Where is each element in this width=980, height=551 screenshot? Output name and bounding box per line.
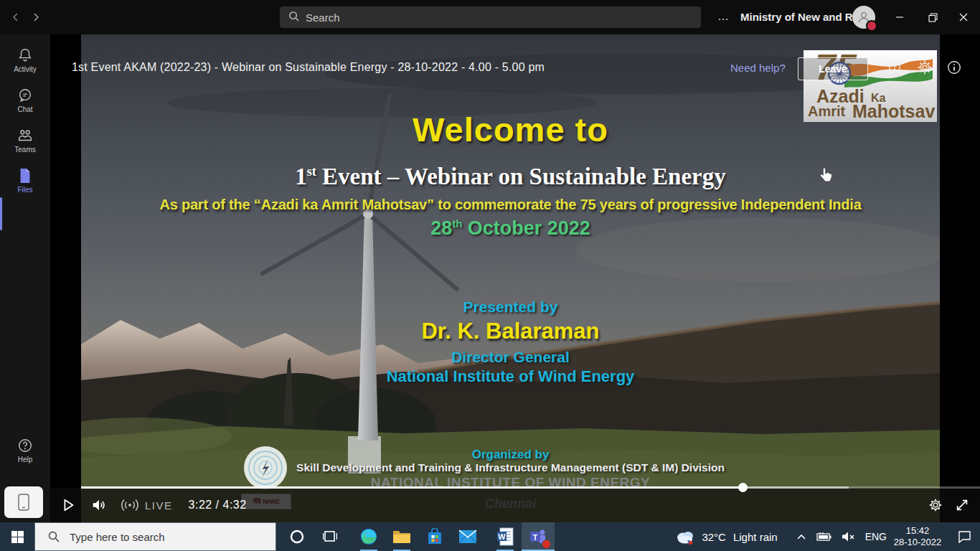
tray-expand-icon[interactable]	[796, 533, 806, 540]
edge-icon	[359, 527, 378, 546]
slide-date: 28th October 2022	[81, 217, 940, 240]
close-button[interactable]	[947, 0, 980, 34]
forward-icon[interactable]	[26, 7, 46, 27]
video-control-bar: LIVE 3:22 / 4:32	[50, 488, 980, 522]
slide-event-title: 1st Event – Webinar on Sustainable Energ…	[81, 164, 940, 190]
store-icon	[426, 528, 443, 545]
search-input[interactable]: Search	[280, 6, 701, 28]
slide-organized-by: Organized by	[81, 448, 940, 462]
presence-busy-dot	[866, 20, 877, 32]
player-settings-button[interactable]	[928, 498, 943, 512]
sidebar-item-label: Files	[17, 186, 32, 194]
sidebar-item-label: Teams	[14, 146, 35, 154]
bell-icon	[17, 47, 33, 63]
taskbar-app-edge[interactable]	[352, 522, 385, 551]
minimize-button[interactable]	[883, 0, 916, 34]
leave-button[interactable]: Leave	[798, 57, 868, 80]
mail-icon	[458, 529, 477, 544]
progress-bar[interactable]	[81, 486, 980, 489]
file-explorer-icon	[392, 529, 411, 545]
meeting-title: 1st Event AKAM (2022-23) - Webinar on Su…	[72, 61, 545, 74]
taskbar-search-placeholder: Type here to search	[70, 531, 165, 543]
notification-dot	[542, 540, 551, 549]
slide-presented-by: Presented by	[81, 298, 940, 316]
need-help-link[interactable]: Need help?	[730, 62, 786, 74]
sidebar-item-label: Activity	[14, 65, 37, 73]
windows-taskbar: Type here to search	[0, 522, 980, 551]
play-button[interactable]	[60, 497, 76, 513]
restore-button[interactable]	[916, 0, 949, 34]
slide-presenter-org: National Institute of Wind Energy	[81, 367, 940, 386]
search-icon	[288, 11, 299, 24]
info-icon[interactable]	[946, 60, 962, 75]
clock-time: 15:42	[906, 525, 930, 537]
taskbar-app-teams[interactable]: T	[522, 522, 555, 551]
weather-icon[interactable]	[674, 528, 696, 545]
language-indicator[interactable]: ENG	[865, 531, 887, 542]
windows-logo-icon	[11, 531, 24, 543]
time-display: 3:22 / 4:32	[189, 499, 247, 512]
back-icon[interactable]	[6, 7, 26, 27]
cortana-icon	[289, 529, 305, 545]
taskbar-clock[interactable]: 15:42 28-10-2022	[887, 525, 948, 548]
people-icon	[17, 128, 34, 143]
fullscreen-button[interactable]	[954, 497, 970, 513]
weather-desc[interactable]: Light rain	[733, 531, 778, 543]
search-icon	[48, 531, 60, 542]
svg-text:T: T	[533, 533, 538, 542]
svg-text:W: W	[498, 532, 506, 541]
sidebar-item-activity[interactable]: Activity	[0, 40, 50, 80]
azadi-word3: Amrit	[808, 103, 845, 120]
task-view-icon	[323, 530, 337, 543]
taskbar-app-word[interactable]: W	[489, 522, 522, 551]
screen: Search … Ministry of New and Ren... Acti…	[0, 0, 980, 551]
mobile-app-button[interactable]	[4, 486, 43, 518]
task-view-button[interactable]	[314, 522, 347, 551]
taskbar-app-file-explorer[interactable]	[385, 522, 418, 551]
progress-playhead[interactable]	[738, 483, 748, 492]
taskbar-search-input[interactable]: Type here to search	[34, 522, 276, 551]
clock-date: 28-10-2022	[894, 537, 942, 548]
taskbar-app-store[interactable]	[418, 522, 451, 551]
volume-button[interactable]	[90, 497, 106, 513]
device-settings-icon[interactable]	[917, 60, 933, 75]
help-label: Help	[18, 456, 33, 463]
sidebar-item-files[interactable]: Files	[0, 161, 50, 201]
phone-icon	[18, 494, 29, 511]
slide-presenter-title: Director General	[81, 349, 940, 366]
slide-presenter-name: Dr. K. Balaraman	[81, 319, 940, 344]
cortana-button[interactable]	[281, 522, 314, 551]
start-button[interactable]	[0, 522, 34, 551]
progress-played	[81, 486, 743, 489]
help-icon	[17, 438, 33, 453]
chat-icon	[17, 88, 33, 103]
more-options-icon[interactable]: …	[717, 10, 730, 23]
file-icon	[18, 168, 32, 184]
teams-left-rail: Activity Chat Teams Files Help	[0, 34, 50, 522]
search-placeholder: Search	[306, 11, 340, 24]
teams-titlebar: Search … Ministry of New and Ren...	[0, 0, 980, 34]
live-label: LIVE	[145, 499, 173, 512]
live-broadcast-icon	[121, 499, 139, 512]
slide-subtitle: As part of the “Azadi ka Amrit Mahotsav”…	[81, 197, 940, 213]
taskbar-app-mail[interactable]	[451, 522, 484, 551]
hand-cursor	[819, 166, 834, 184]
active-item-accent	[0, 197, 2, 230]
sidebar-item-teams[interactable]: Teams	[0, 121, 50, 161]
niwe-emblem-icon	[242, 445, 288, 491]
qna-icon[interactable]	[887, 60, 903, 75]
word-icon: W	[496, 527, 514, 546]
weather-temp[interactable]: 32°C	[702, 531, 726, 543]
action-center-icon	[958, 530, 971, 543]
help-button[interactable]: Help	[0, 430, 50, 471]
slide-division: Skill Development and Training & Infrast…	[81, 461, 940, 474]
sidebar-item-chat[interactable]: Chat	[0, 80, 50, 121]
battery-icon[interactable]	[816, 532, 832, 542]
action-center-button[interactable]	[948, 530, 980, 543]
sidebar-item-label: Chat	[17, 105, 32, 113]
volume-muted-icon[interactable]	[841, 531, 855, 542]
azadi-word4: Mahotsav	[852, 101, 935, 122]
